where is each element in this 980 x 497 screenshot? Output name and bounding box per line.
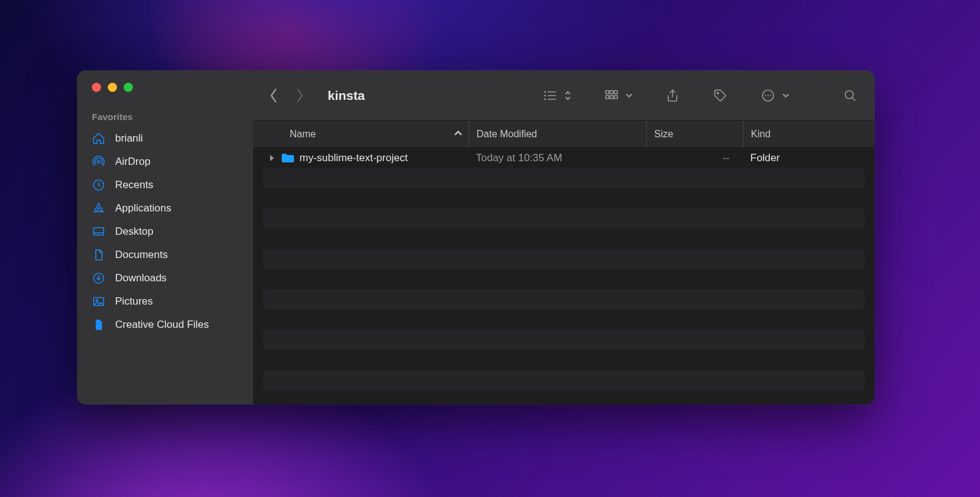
svg-point-18: [767, 95, 769, 96]
sidebar-item-recents[interactable]: Recents: [77, 173, 253, 197]
chevron-down-icon: [782, 91, 790, 100]
home-icon: [92, 132, 105, 145]
column-label: Name: [290, 129, 316, 140]
column-label: Kind: [751, 129, 771, 140]
window-title: kinsta: [328, 88, 365, 103]
sidebar-item-label: Documents: [115, 249, 168, 261]
column-header-name[interactable]: Name: [253, 121, 469, 147]
svg-rect-11: [614, 91, 617, 94]
main-pane: kinsta: [253, 70, 875, 404]
svg-point-7: [545, 94, 546, 96]
download-icon: [92, 271, 105, 285]
sidebar-item-creative-cloud-files[interactable]: Creative Cloud Files: [77, 313, 253, 336]
column-header-size[interactable]: Size: [646, 121, 743, 147]
close-window-button[interactable]: [92, 83, 101, 92]
ellipsis-circle-icon: [760, 87, 777, 104]
sidebar-item-downloads[interactable]: Downloads: [77, 267, 253, 290]
search-button[interactable]: [842, 87, 859, 104]
sidebar: Favorites brianli AirDrop Recents Applic…: [77, 70, 253, 404]
document-icon: [92, 248, 105, 262]
share-icon: [664, 87, 681, 104]
svg-point-8: [545, 98, 546, 100]
empty-row: [263, 330, 865, 350]
grid-icon: [603, 87, 620, 104]
empty-row: [263, 249, 865, 269]
group-by-button[interactable]: [603, 87, 633, 104]
sidebar-item-label: Recents: [115, 179, 153, 191]
minimize-window-button[interactable]: [108, 83, 117, 92]
forward-button[interactable]: [291, 84, 308, 107]
traffic-lights: [77, 83, 253, 92]
tag-icon: [712, 87, 729, 104]
pictures-icon: [92, 295, 105, 308]
column-headers: Name Date Modified Size Kind: [253, 121, 875, 148]
svg-point-5: [96, 300, 98, 302]
file-row[interactable]: my-sublime-text-project Today at 10:35 A…: [263, 148, 865, 168]
sidebar-section-label: Favorites: [77, 112, 253, 127]
svg-point-19: [770, 95, 771, 96]
sidebar-item-label: Pictures: [115, 295, 153, 308]
sidebar-item-label: AirDrop: [115, 156, 151, 168]
file-size: --: [646, 152, 743, 164]
sidebar-item-documents[interactable]: Documents: [77, 243, 253, 267]
svg-rect-2: [94, 228, 104, 235]
column-label: Date Modified: [477, 129, 537, 140]
svg-rect-14: [614, 96, 617, 99]
empty-row: [263, 289, 865, 309]
column-header-kind[interactable]: Kind: [743, 121, 875, 147]
up-down-chevron-icon: [564, 91, 572, 100]
empty-row: [263, 370, 865, 390]
empty-row: [263, 309, 865, 330]
clock-icon: [92, 178, 105, 192]
column-label: Size: [654, 129, 673, 140]
airdrop-icon: [92, 155, 105, 169]
search-icon: [842, 87, 859, 104]
toolbar: kinsta: [253, 70, 875, 121]
svg-point-15: [717, 92, 719, 94]
svg-point-17: [765, 95, 766, 96]
empty-row: [263, 350, 865, 370]
sidebar-item-desktop[interactable]: Desktop: [77, 220, 253, 243]
file-kind: Folder: [743, 152, 865, 164]
desktop-icon: [92, 225, 105, 238]
sidebar-item-label: Applications: [115, 202, 172, 214]
back-button[interactable]: [265, 84, 282, 107]
sort-ascending-icon: [454, 129, 462, 140]
sidebar-item-airdrop[interactable]: AirDrop: [77, 150, 253, 173]
empty-row: [263, 208, 865, 229]
tags-button[interactable]: [712, 87, 729, 104]
sidebar-item-label: Downloads: [115, 272, 167, 284]
empty-row: [263, 229, 865, 249]
chevron-down-icon: [625, 91, 633, 100]
svg-rect-9: [606, 91, 609, 94]
zoom-window-button[interactable]: [124, 83, 133, 92]
sidebar-item-brianli[interactable]: brianli: [77, 127, 253, 150]
more-actions-button[interactable]: [760, 87, 790, 104]
sidebar-item-label: Creative Cloud Files: [115, 319, 209, 331]
empty-row: [263, 168, 865, 188]
share-button[interactable]: [664, 87, 681, 104]
svg-rect-13: [610, 96, 613, 99]
disclosure-chevron-icon[interactable]: [268, 154, 276, 162]
creative-cloud-files-icon: [92, 318, 105, 332]
view-mode-button[interactable]: [541, 87, 572, 104]
svg-point-0: [97, 161, 100, 163]
finder-window: Favorites brianli AirDrop Recents Applic…: [77, 70, 875, 404]
sidebar-item-pictures[interactable]: Pictures: [77, 290, 253, 313]
folder-icon: [281, 153, 295, 164]
sidebar-item-label: brianli: [115, 132, 143, 145]
file-list: my-sublime-text-project Today at 10:35 A…: [253, 148, 875, 404]
column-header-date-modified[interactable]: Date Modified: [469, 121, 646, 147]
empty-row: [263, 188, 865, 208]
file-date: Today at 10:35 AM: [469, 152, 646, 164]
file-name: my-sublime-text-project: [300, 152, 408, 164]
sidebar-item-label: Desktop: [115, 226, 153, 238]
sidebar-item-applications[interactable]: Applications: [77, 197, 253, 220]
applications-icon: [92, 202, 105, 215]
svg-point-6: [545, 91, 546, 93]
empty-row: [263, 269, 865, 289]
svg-rect-12: [606, 96, 609, 99]
svg-rect-10: [610, 91, 613, 94]
list-view-icon: [541, 87, 559, 104]
